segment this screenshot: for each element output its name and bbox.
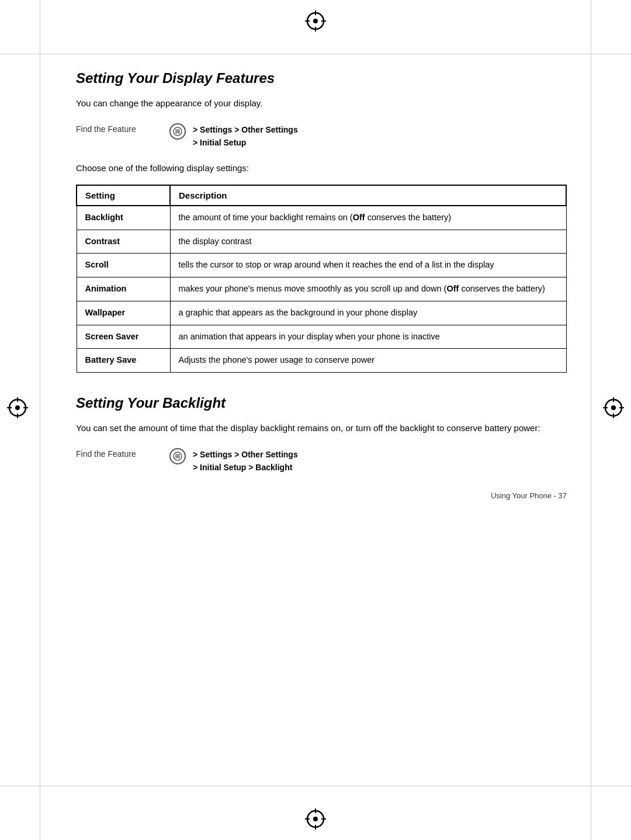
find-feature-row-2: Find the Feature > Settings > Other Sett… <box>76 448 567 474</box>
table-cell-setting-2: Scroll <box>77 254 170 277</box>
page-footer: Using Your Phone - 37 <box>76 491 567 500</box>
section1-intro: You can change the appearance of your di… <box>76 97 567 110</box>
table-header-row: Setting Description <box>77 185 566 206</box>
find-feature-path2-line2: > Initial Setup > Backlight <box>193 463 292 472</box>
table-cell-setting-5: Screen Saver <box>77 325 170 349</box>
table-row: Backlightthe amount of time your backlig… <box>77 206 566 230</box>
page-container: Setting Your Display Features You can ch… <box>0 0 631 840</box>
menu-icon-2 <box>169 448 186 464</box>
choose-text: Choose one of the following display sett… <box>76 162 567 175</box>
table-row: Battery SaveAdjusts the phone's power us… <box>77 349 566 373</box>
find-feature-path-2: > Settings > Other Settings > Initial Se… <box>193 448 298 474</box>
table-row: Animationmakes your phone's menus move s… <box>77 277 566 301</box>
table-cell-setting-1: Contrast <box>77 230 170 254</box>
table-cell-description-6: Adjusts the phone's power usage to conse… <box>170 349 566 373</box>
table-row: Screen Saveran animation that appears in… <box>77 325 566 349</box>
margin-line-bottom <box>0 786 631 786</box>
table-cell-setting-3: Animation <box>77 277 170 301</box>
table-cell-description-2: tells the cursor to stop or wrap around … <box>170 254 566 277</box>
main-content: Setting Your Display Features You can ch… <box>0 0 631 570</box>
col-description-header: Description <box>170 185 566 206</box>
find-feature-row-1: Find the Feature > Settings > Other Sett… <box>76 123 567 150</box>
table-row: Contrastthe display contrast <box>77 230 566 254</box>
crosshair-bottom-center-icon <box>305 808 326 829</box>
section2-title: Setting Your Backlight <box>76 395 567 411</box>
table-cell-description-4: a graphic that appears as the background… <box>170 301 566 325</box>
find-feature-path-1: > Settings > Other Settings > Initial Se… <box>193 123 298 150</box>
table-cell-setting-4: Wallpaper <box>77 301 170 325</box>
find-feature-path-line2: > Initial Setup <box>193 138 246 147</box>
table-row: Wallpapera graphic that appears as the b… <box>77 301 566 325</box>
find-feature-path-line1: > Settings > Other Settings <box>193 125 298 134</box>
section2-container: Setting Your Backlight You can set the a… <box>76 395 567 474</box>
table-cell-description-1: the display contrast <box>170 230 566 254</box>
table-row: Scrolltells the cursor to stop or wrap a… <box>77 254 566 277</box>
table-cell-description-5: an animation that appears in your displa… <box>170 325 566 349</box>
settings-table: Setting Description Backlightthe amount … <box>76 185 567 373</box>
table-cell-description-3: makes your phone's menus move smoothly a… <box>170 277 566 301</box>
table-cell-setting-0: Backlight <box>77 206 170 230</box>
find-feature-path2-line1: > Settings > Other Settings <box>193 450 298 459</box>
table-cell-setting-6: Battery Save <box>77 349 170 373</box>
find-feature-label-2: Find the Feature <box>76 448 169 459</box>
section2-intro: You can set the amount of time that the … <box>76 422 567 435</box>
svg-point-19 <box>313 817 318 821</box>
col-setting-header: Setting <box>77 185 170 206</box>
find-feature-label-1: Find the Feature <box>76 123 169 134</box>
menu-icon-1 <box>169 123 186 140</box>
table-cell-description-0: the amount of time your backlight remain… <box>170 206 566 230</box>
section1-title: Setting Your Display Features <box>76 70 567 86</box>
